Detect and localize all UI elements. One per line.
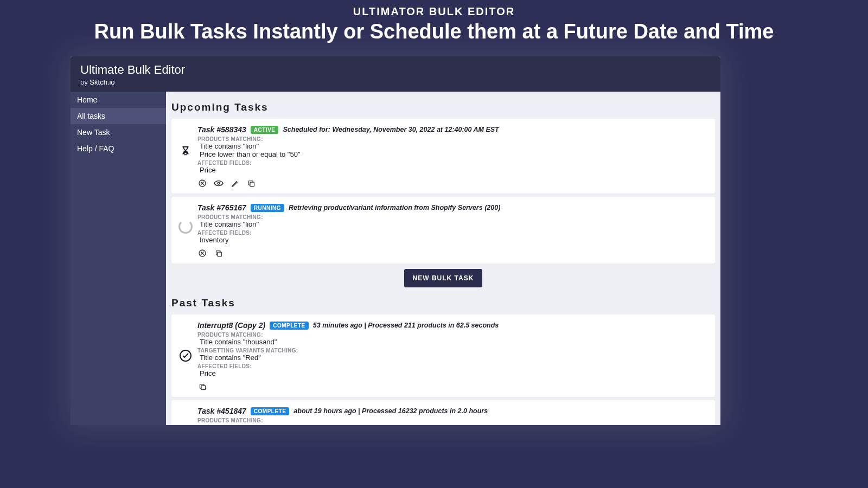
task-body: Task #588343 ACTIVE Scheduled for: Wedne… <box>197 125 709 188</box>
app-body: Home All tasks New Task Help / FAQ Upcom… <box>71 92 720 425</box>
matching-value: Title contains "thousand" <box>200 338 709 346</box>
task-title: Task #451847 <box>197 407 246 415</box>
task-meta: Retrieving product/variant information f… <box>289 204 500 211</box>
sidebar-item-label: All tasks <box>77 112 105 120</box>
affected-fields-label: AFFECTED FIELDS: <box>197 363 709 369</box>
products-matching-label: PRODUCTS MATCHING: <box>197 418 709 423</box>
affected-fields-label: AFFECTED FIELDS: <box>197 160 709 166</box>
sidebar: Home All tasks New Task Help / FAQ <box>71 92 166 425</box>
task-card: Task #588343 ACTIVE Scheduled for: Wedne… <box>171 119 715 194</box>
products-matching-label: PRODUCTS MATCHING: <box>197 136 709 142</box>
task-title: Interrupt8 (Copy 2) <box>197 321 265 330</box>
task-actions <box>197 248 709 258</box>
spinner-icon <box>178 220 193 234</box>
matching-value: Title contains "lion" <box>200 220 709 228</box>
task-body: Interrupt8 (Copy 2) COMPLETE 53 minutes … <box>197 321 709 391</box>
section-past-title: Past Tasks <box>171 297 715 309</box>
copy-icon[interactable] <box>197 382 207 391</box>
hero: ULTIMATOR BULK EDITOR Run Bulk Tasks Ins… <box>0 0 868 43</box>
byline-brand[interactable]: Sktch.io <box>90 78 114 86</box>
svg-rect-4 <box>218 252 222 256</box>
task-meta: about 19 hours ago | Processed 16232 pro… <box>293 407 488 415</box>
new-task-wrap: NEW BULK TASK <box>171 269 715 287</box>
copy-icon[interactable] <box>214 248 224 258</box>
app-byline: by Sktch.io <box>80 78 711 86</box>
new-bulk-task-button[interactable]: NEW BULK TASK <box>404 269 483 287</box>
task-header: Task #588343 ACTIVE Scheduled for: Wedne… <box>197 125 709 134</box>
task-actions <box>197 382 709 391</box>
hero-title: Run Bulk Tasks Instantly or Schedule the… <box>0 20 868 43</box>
sidebar-item-all-tasks[interactable]: All tasks <box>71 108 166 124</box>
app-title: Ultimate Bulk Editor <box>80 63 711 77</box>
app-window: Ultimate Bulk Editor by Sktch.io Home Al… <box>71 56 720 425</box>
task-title: Task #588343 <box>197 125 246 134</box>
affected-fields-label: AFFECTED FIELDS: <box>197 230 709 236</box>
status-badge: ACTIVE <box>251 126 279 134</box>
task-header: Interrupt8 (Copy 2) COMPLETE 53 minutes … <box>197 321 709 330</box>
status-badge: COMPLETE <box>270 322 309 330</box>
task-header: Task #765167 RUNNING Retrieving product/… <box>197 203 709 212</box>
sidebar-item-label: New Task <box>77 128 110 137</box>
targetting-variants-label: TARGETTING VARIANTS MATCHING: <box>197 348 709 354</box>
svg-point-1 <box>218 182 220 184</box>
affected-value: Price <box>200 369 709 377</box>
task-card: Interrupt8 (Copy 2) COMPLETE 53 minutes … <box>171 314 715 397</box>
view-icon[interactable] <box>214 178 224 188</box>
products-matching-label: PRODUCTS MATCHING: <box>197 332 709 338</box>
sidebar-item-label: Home <box>77 95 97 104</box>
check-circle-icon <box>178 349 193 362</box>
variant-value: Title contains "Red" <box>200 354 709 362</box>
task-meta: Scheduled for: Wednesday, November 30, 2… <box>283 126 499 133</box>
cancel-icon[interactable] <box>197 248 207 258</box>
task-header: Task #451847 COMPLETE about 19 hours ago… <box>197 407 709 415</box>
affected-value: Price <box>200 166 709 174</box>
hourglass-icon <box>178 145 193 158</box>
products-matching-label: PRODUCTS MATCHING: <box>197 214 709 220</box>
content: Upcoming Tasks Task #588343 ACTIVE Sched… <box>166 92 720 425</box>
app-header: Ultimate Bulk Editor by Sktch.io <box>71 56 720 92</box>
byline-prefix: by <box>80 78 90 86</box>
sidebar-item-label: Help / FAQ <box>77 144 114 153</box>
edit-icon[interactable] <box>230 178 240 188</box>
svg-rect-6 <box>201 386 206 390</box>
task-card: Task #451847 COMPLETE about 19 hours ago… <box>171 400 715 425</box>
task-title: Task #765167 <box>197 203 246 212</box>
status-badge: RUNNING <box>251 204 284 212</box>
task-meta: 53 minutes ago | Processed 211 products … <box>313 322 499 329</box>
sidebar-item-help-faq[interactable]: Help / FAQ <box>71 140 166 157</box>
task-card: Task #765167 RUNNING Retrieving product/… <box>171 197 715 264</box>
sidebar-item-new-task[interactable]: New Task <box>71 124 166 140</box>
task-actions <box>197 178 709 188</box>
status-badge: COMPLETE <box>251 407 290 415</box>
task-body: Task #765167 RUNNING Retrieving product/… <box>197 203 709 258</box>
sidebar-item-home[interactable]: Home <box>71 92 166 108</box>
svg-rect-2 <box>250 182 254 187</box>
task-body: Task #451847 COMPLETE about 19 hours ago… <box>197 407 709 423</box>
section-upcoming-title: Upcoming Tasks <box>171 101 715 113</box>
matching-value: Price lower than or equal to "50" <box>200 150 709 158</box>
matching-value: Title contains "lion" <box>200 142 709 150</box>
affected-value: Inventory <box>200 236 709 244</box>
cancel-icon[interactable] <box>197 178 207 188</box>
hero-eyebrow: ULTIMATOR BULK EDITOR <box>0 5 868 18</box>
copy-icon[interactable] <box>246 178 256 188</box>
